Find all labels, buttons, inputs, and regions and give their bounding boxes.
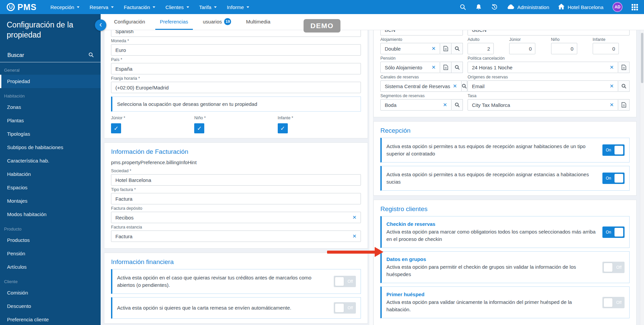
clear-icon[interactable]: ✕ — [609, 102, 614, 108]
primer-huesped-toggle[interactable]: Off — [602, 297, 625, 308]
nav-facturacion[interactable]: Facturación — [119, 0, 160, 14]
franja-horaria-field[interactable]: (+02:00) Europe/Madrid — [111, 82, 361, 93]
junior-label: Júnior * — [111, 116, 194, 120]
nav-informe[interactable]: Informe — [222, 0, 254, 14]
sidebar-item-propiedad[interactable]: Propiedad — [0, 75, 101, 88]
codigo-field[interactable]: BCN — [380, 30, 463, 36]
tasa-document-button[interactable] — [618, 99, 630, 111]
clear-icon[interactable]: ✕ — [609, 64, 614, 70]
sidebar-item-habitacion[interactable]: Habitación — [0, 168, 101, 181]
sidebar-item-subtipos-de-habitaciones[interactable]: Subtipos de habitaciones — [0, 141, 101, 154]
clear-icon[interactable]: ✕ — [443, 102, 447, 108]
habitaciones-sucias-toggle[interactable]: On — [602, 173, 625, 184]
clear-icon[interactable]: ✕ — [352, 233, 357, 239]
toggle-knob — [614, 174, 623, 183]
datos-en-grupos-toggle[interactable]: Off — [602, 262, 625, 273]
segmentos-search-button[interactable] — [451, 99, 463, 111]
alojamiento-search-button[interactable] — [451, 43, 463, 54]
tab-preferencias[interactable]: Preferencias — [155, 14, 193, 30]
nino-count-field[interactable]: 0 — [551, 43, 577, 54]
sidebar-item-articulos[interactable]: Artículos — [0, 260, 101, 274]
canales-field[interactable]: Sistema Central de Reservas✕ — [380, 80, 462, 92]
clear-icon[interactable]: ✕ — [352, 214, 357, 220]
origenes-search-button[interactable] — [618, 80, 630, 92]
user-avatar[interactable]: AD — [612, 2, 623, 12]
billing-info-hint: pms.propertyPreference.billingInfoHint — [111, 159, 361, 165]
sidebar-item-modos-habitacion[interactable]: Modos habitación — [0, 208, 101, 221]
sidebar-item-caracteristica-hab[interactable]: Característica hab. — [0, 154, 101, 168]
search-icon[interactable] — [460, 4, 466, 10]
administration-link[interactable]: Administration — [507, 4, 549, 10]
infante-count-label: Infante — [593, 37, 630, 42]
sidebar-item-productos[interactable]: Productos — [0, 234, 101, 247]
clear-icon[interactable]: ✕ — [431, 46, 436, 52]
segmentos-field[interactable]: Boda✕ — [380, 99, 451, 111]
infante-label: Infante * — [278, 116, 361, 120]
junior-checkbox[interactable]: ✓ — [111, 123, 121, 133]
pension-field[interactable]: Sólo Alojamiento✕ — [380, 62, 440, 73]
revisar-creditos-toggle[interactable]: Off — [334, 276, 356, 287]
tasa-field[interactable]: City Tax Mallorca✕ — [468, 99, 618, 111]
tab-usuarios[interactable]: usuarios 19 — [198, 14, 236, 30]
origenes-field[interactable]: Email✕ — [468, 80, 618, 92]
scrollbar-thumb[interactable] — [641, 33, 643, 83]
alojamiento-document-button[interactable] — [440, 43, 451, 54]
infante-count-field[interactable]: 0 — [593, 43, 619, 54]
canales-search-button[interactable] — [462, 80, 467, 92]
tab-configuracion[interactable]: Configuración — [109, 14, 150, 30]
search-input[interactable] — [7, 52, 88, 59]
sidebar-item-descuento[interactable]: Descuento — [0, 300, 101, 313]
politica-document-button[interactable] — [618, 62, 630, 73]
adulto-field[interactable]: 2 — [468, 43, 494, 54]
check-icon: ✓ — [197, 125, 202, 132]
sidebar-item-zonas[interactable]: Zonas — [0, 101, 101, 114]
billing-info-title: Información de Facturación — [111, 148, 361, 155]
financial-info-title: Información financiera — [111, 258, 361, 266]
sidebar-collapse-button[interactable]: ‹ — [95, 19, 106, 31]
vertical-scrollbar[interactable] — [640, 30, 644, 325]
history-icon[interactable] — [491, 4, 498, 10]
clear-icon[interactable]: ✕ — [431, 64, 436, 70]
nav-reserva[interactable]: Reserva — [85, 0, 119, 14]
pais-field[interactable]: España — [111, 63, 361, 74]
toggle-knob — [335, 277, 344, 286]
apps-grid-icon[interactable] — [632, 4, 638, 10]
nino-checkbox[interactable]: ✓ — [194, 123, 204, 133]
sidebar-item-preferencia-cliente[interactable]: Preferencia cliente — [0, 313, 101, 325]
pension-search-button[interactable] — [451, 62, 463, 73]
clear-icon[interactable]: ✕ — [453, 83, 457, 89]
sidebar-item-espacios[interactable]: Espacios — [0, 181, 101, 194]
pms-logo[interactable]: PMS — [7, 2, 37, 12]
sidebar-item-pension[interactable]: Pensión — [0, 247, 101, 260]
chevron-down-icon — [111, 6, 114, 8]
alojamiento-field[interactable]: Double✕ — [380, 43, 440, 54]
carta-remesa-toggle[interactable]: Off — [334, 302, 356, 314]
nav-tarifa[interactable]: Tarifa — [194, 0, 222, 14]
search-icon[interactable] — [88, 52, 94, 59]
asignar-tipo-superior-toggle[interactable]: On — [602, 144, 625, 156]
junior-count-field[interactable]: 0 — [509, 43, 535, 54]
moneda-field[interactable]: Euro — [111, 44, 361, 56]
politica-cancelacion-field[interactable]: 24 Horas 1 Noche✕ — [468, 62, 618, 73]
toggle-knob — [335, 304, 344, 312]
tipo-factura-field[interactable]: Factura — [111, 193, 361, 204]
sociedad-field[interactable]: Hotel Barcelona — [111, 174, 361, 186]
sidebar-item-comision[interactable]: Comisión — [0, 286, 101, 300]
sidebar-item-montajes[interactable]: Montajes — [0, 194, 101, 208]
notifications-bell-icon[interactable] — [475, 4, 482, 10]
infante-checkbox[interactable]: ✓ — [278, 123, 288, 133]
pension-document-button[interactable] — [440, 62, 451, 73]
checkin-reservas-toggle[interactable]: On — [602, 226, 625, 238]
tab-bar: Configuración Preferencias usuarios 19 M… — [101, 14, 644, 30]
sidebar-section-habitacion: Habitación — [0, 88, 101, 101]
codigo-grupo-field[interactable]: GBCN — [468, 30, 630, 36]
nav-clientes[interactable]: Clientes — [160, 0, 194, 14]
nav-recepcion[interactable]: Recepción — [45, 0, 85, 14]
tab-multimedia[interactable]: Multimedia — [241, 14, 275, 30]
factura-estancia-field[interactable]: Factura✕ — [111, 231, 361, 242]
hotel-link[interactable]: Hotel Barcelona — [558, 4, 603, 10]
sidebar-item-tipologias[interactable]: Tipologías — [0, 127, 101, 141]
clear-icon[interactable]: ✕ — [609, 83, 614, 89]
factura-deposito-field[interactable]: Recibos✕ — [111, 212, 361, 223]
sidebar-item-plantas[interactable]: Plantas — [0, 114, 101, 127]
